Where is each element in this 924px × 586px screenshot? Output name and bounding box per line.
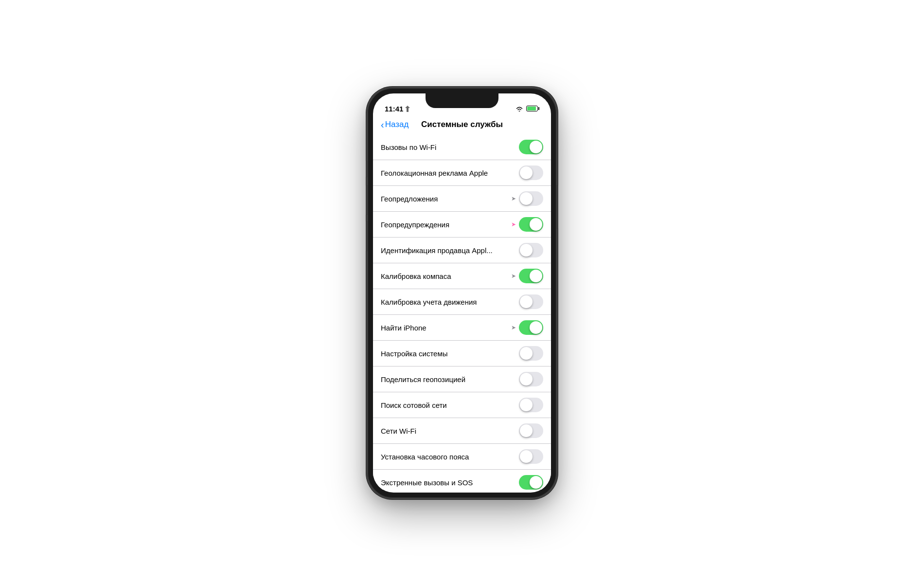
volume-down-button[interactable] [366,221,367,251]
back-button[interactable]: ‹ Назад [381,120,409,129]
settings-scroll[interactable]: Вызовы по Wi-FiГеолокационная реклама Ap… [373,134,551,490]
toggle-thumb [520,347,533,360]
toggle-thumb [530,270,542,282]
time-display: 11:41 [385,105,403,113]
toggle-switch[interactable] [519,346,543,361]
toggle-switch[interactable] [519,423,543,438]
list-item[interactable]: Поиск сотовой сети [373,392,551,418]
item-label: Геопредложения [381,195,438,203]
battery-icon [526,106,539,111]
toggle-thumb [520,424,533,437]
item-label: Найти iPhone [381,324,426,332]
list-item[interactable]: Геопредложения➤ [373,186,551,212]
location-status-icon [405,106,410,112]
nav-title: Системные службы [421,120,503,129]
location-arrow-icon: ➤ [511,324,516,331]
toggle-thumb [520,295,533,308]
item-label: Сети Wi-Fi [381,427,416,435]
item-label: Вызовы по Wi-Fi [381,143,436,151]
toggle-switch[interactable] [519,217,543,232]
list-item[interactable]: Геолокационная реклама Apple [373,160,551,186]
toggle-switch[interactable] [519,191,543,206]
status-time: 11:41 [385,105,410,113]
item-label: Установка часового пояса [381,453,469,461]
back-label[interactable]: Назад [385,120,409,129]
mute-button[interactable] [366,161,367,177]
toggle-switch[interactable] [519,372,543,386]
list-item[interactable]: Калибровка компаса➤ [373,263,551,289]
item-label: Геолокационная реклама Apple [381,169,488,177]
location-arrow-icon: ➤ [511,221,516,228]
toggle-thumb [520,166,533,179]
list-item[interactable]: Сети Wi-Fi [373,418,551,444]
phone-shell: 11:41 [367,88,557,498]
list-item[interactable]: Вызовы по Wi-Fi [373,134,551,160]
screen: 11:41 [373,93,551,493]
notch [426,93,498,108]
list-item[interactable]: Экстренные вызовы и SOS [373,470,551,490]
location-arrow-icon: ➤ [511,273,516,279]
toggle-thumb [520,244,533,256]
list-item[interactable]: Геопредупреждения➤ [373,212,551,238]
toggle-thumb [520,192,533,205]
item-label: Идентификация продавца Appl... [381,246,493,255]
location-arrow-icon: ➤ [511,195,516,202]
item-label: Поиск сотовой сети [381,401,447,409]
toggle-switch[interactable] [519,398,543,412]
item-label: Геопредупреждения [381,220,449,229]
toggle-thumb [530,476,542,489]
toggle-switch[interactable] [519,269,543,283]
item-label: Поделиться геопозицией [381,375,465,384]
power-button[interactable] [557,185,558,229]
list-item[interactable]: Установка часового пояса [373,444,551,470]
chevron-left-icon: ‹ [381,120,384,129]
list-item[interactable]: Идентификация продавца Appl... [373,238,551,263]
item-label: Экстренные вызовы и SOS [381,478,473,487]
toggle-thumb [530,218,542,231]
volume-up-button[interactable] [366,185,367,215]
toggle-switch[interactable] [519,320,543,335]
list-item[interactable]: Настройка системы [373,341,551,366]
list-item[interactable]: Калибровка учета движения [373,289,551,315]
toggle-thumb [520,450,533,463]
toggle-switch[interactable] [519,475,543,490]
toggle-switch[interactable] [519,243,543,257]
list-item[interactable]: Найти iPhone➤ [373,315,551,341]
settings-list: Вызовы по Wi-FiГеолокационная реклама Ap… [373,134,551,490]
toggle-switch[interactable] [519,165,543,180]
toggle-switch[interactable] [519,449,543,464]
item-label: Калибровка компаса [381,272,451,280]
toggle-switch[interactable] [519,140,543,154]
toggle-thumb [520,373,533,385]
toggle-switch[interactable] [519,294,543,309]
list-item[interactable]: Поделиться геопозицией [373,366,551,392]
nav-bar: ‹ Назад Системные службы [373,117,551,134]
item-label: Калибровка учета движения [381,298,477,306]
scene: 11:41 [0,0,924,586]
toggle-thumb [530,141,542,153]
toggle-thumb [520,399,533,411]
status-icons [515,106,539,111]
wifi-icon [515,106,523,111]
toggle-thumb [530,321,542,334]
item-label: Настройка системы [381,349,448,358]
